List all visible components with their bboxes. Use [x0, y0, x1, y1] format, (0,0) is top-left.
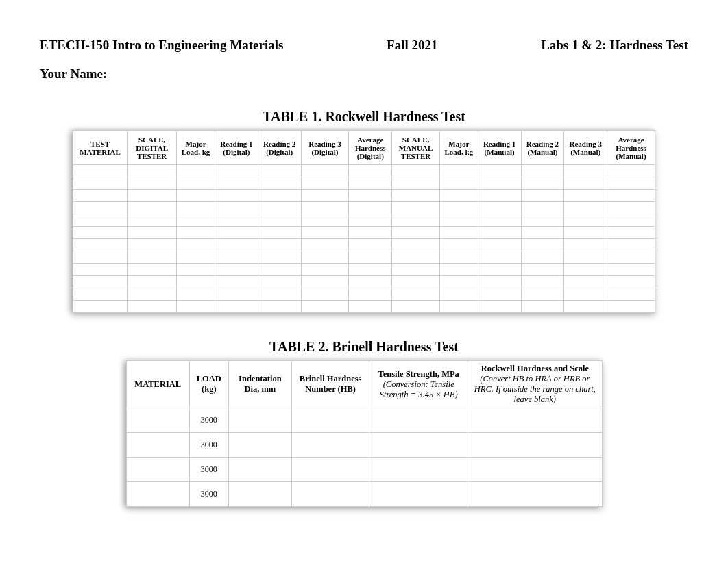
table-cell	[607, 190, 655, 202]
table-row	[73, 190, 655, 202]
table-cell	[392, 288, 440, 301]
th-scale-digital: SCALE, DIGITAL TESTER	[128, 131, 177, 165]
table-cell	[177, 264, 215, 276]
th-reading1-digital: Reading 1(Digital)	[215, 131, 258, 165]
table-cell	[439, 239, 478, 251]
table-cell	[215, 288, 258, 301]
table-cell	[439, 165, 478, 177]
table-cell	[73, 214, 128, 227]
table-cell	[468, 408, 602, 433]
table-cell	[215, 227, 258, 239]
table-cell	[349, 227, 392, 239]
table-cell	[258, 264, 301, 276]
table-cell	[177, 239, 215, 251]
table-cell	[607, 264, 655, 276]
table2-header-row: MATERIAL LOAD (kg) Indentation Dia, mm B…	[126, 361, 602, 408]
table-cell	[177, 214, 215, 227]
th-reading2-manual: Reading 2(Manual)	[521, 131, 564, 165]
table-cell	[128, 251, 177, 264]
table-cell	[521, 264, 564, 276]
table-cell	[301, 190, 349, 202]
table-cell	[392, 177, 440, 190]
table-cell	[564, 264, 607, 276]
table-cell	[215, 301, 258, 313]
table-cell	[258, 227, 301, 239]
table-cell	[478, 202, 521, 214]
table2: MATERIAL LOAD (kg) Indentation Dia, mm B…	[126, 360, 603, 507]
table-cell	[607, 239, 655, 251]
table-cell	[301, 276, 349, 288]
table-cell	[564, 276, 607, 288]
table-cell	[73, 288, 128, 301]
table-cell	[468, 458, 602, 482]
table-cell	[301, 214, 349, 227]
table-cell: 3000	[190, 482, 229, 507]
table-cell	[607, 251, 655, 264]
table-cell	[349, 288, 392, 301]
table-row	[73, 276, 655, 288]
th-tensile: Tensile Strength, MPa(Conversion: Tensil…	[369, 361, 468, 408]
table-cell	[521, 301, 564, 313]
table-cell	[439, 202, 478, 214]
table-cell	[392, 251, 440, 264]
table-cell	[439, 214, 478, 227]
table-cell	[349, 165, 392, 177]
table-cell	[215, 202, 258, 214]
table-cell	[177, 276, 215, 288]
table-cell	[301, 288, 349, 301]
table-cell: 3000	[190, 458, 229, 482]
table-cell	[128, 227, 177, 239]
table-cell	[73, 301, 128, 313]
table-cell: 3000	[190, 408, 229, 433]
table-cell	[128, 214, 177, 227]
table-cell	[73, 227, 128, 239]
table-row	[73, 264, 655, 276]
your-name-label: Your Name:	[40, 66, 688, 82]
table-cell	[607, 165, 655, 177]
table-cell	[468, 482, 602, 507]
table-row	[73, 239, 655, 251]
table-cell	[177, 301, 215, 313]
table-cell	[521, 214, 564, 227]
table1: TEST MATERIAL SCALE, DIGITAL TESTER Majo…	[73, 130, 655, 313]
table-cell	[128, 239, 177, 251]
table-cell	[607, 288, 655, 301]
table-cell	[301, 202, 349, 214]
table-cell	[349, 251, 392, 264]
table-cell	[478, 301, 521, 313]
table-cell	[215, 165, 258, 177]
table-cell	[215, 239, 258, 251]
table-cell	[607, 202, 655, 214]
table-cell	[439, 177, 478, 190]
table-cell	[349, 301, 392, 313]
table-row: 3000	[126, 482, 602, 507]
table-cell	[292, 458, 369, 482]
table-cell	[439, 251, 478, 264]
table-cell	[439, 190, 478, 202]
th-major-load-1: Major Load, kg	[177, 131, 215, 165]
table-cell	[128, 288, 177, 301]
table-cell	[439, 301, 478, 313]
table-cell	[392, 276, 440, 288]
table-cell	[478, 227, 521, 239]
th-reading3-digital: Reading 3(Digital)	[301, 131, 349, 165]
table-row	[73, 301, 655, 313]
table-cell	[258, 239, 301, 251]
table-cell	[607, 177, 655, 190]
table-cell	[301, 239, 349, 251]
table-cell	[607, 276, 655, 288]
table-cell	[439, 288, 478, 301]
table-row	[73, 202, 655, 214]
table-cell	[478, 239, 521, 251]
th-avg-manual: Average Hardness(Manual)	[607, 131, 655, 165]
table-cell	[128, 301, 177, 313]
table-cell	[128, 190, 177, 202]
table-row	[73, 177, 655, 190]
table-row: 3000	[126, 433, 602, 458]
table-cell	[258, 288, 301, 301]
table-cell	[73, 177, 128, 190]
course-title: ETECH-150 Intro to Engineering Materials	[40, 38, 283, 53]
table-cell	[228, 408, 292, 433]
table-cell	[177, 165, 215, 177]
table-cell	[292, 433, 369, 458]
